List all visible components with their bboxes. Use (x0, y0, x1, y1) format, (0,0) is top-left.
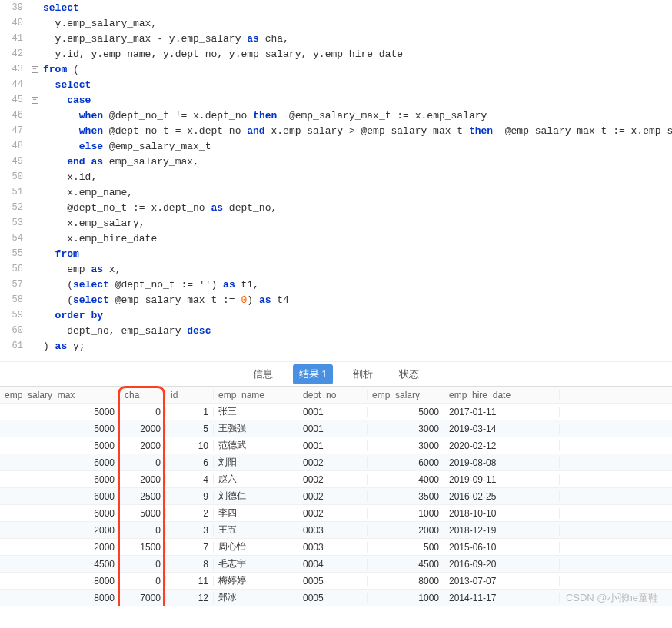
cell-hire[interactable]: 2016-09-20 (444, 559, 560, 570)
cell-max[interactable]: 5000 (0, 407, 120, 417)
cell-max[interactable]: 4500 (0, 559, 120, 570)
code-line[interactable]: when @dept_no_t = x.dept_no and x.emp_sa… (40, 123, 672, 138)
code-line[interactable]: x.emp_hire_date (40, 231, 672, 246)
cell-name[interactable]: 周心怡 (214, 540, 298, 553)
cell-sal[interactable]: 5000 (368, 407, 444, 417)
cell-dept[interactable]: 0002 (298, 508, 368, 519)
cell-hire[interactable]: 2017-01-11 (444, 407, 560, 417)
table-row[interactable]: 8000011梅婷婷000580002013-07-07 (0, 573, 672, 590)
fold-cell[interactable] (29, 323, 40, 338)
cell-cha[interactable]: 2500 (120, 491, 166, 502)
code-area[interactable]: select y.emp_salary_max, y.emp_salary_ma… (40, 0, 672, 354)
cell-name[interactable]: 梅婷婷 (214, 574, 298, 587)
cell-max[interactable]: 6000 (0, 457, 120, 468)
cell-name[interactable]: 张三 (214, 405, 298, 418)
cell-max[interactable]: 5000 (0, 440, 120, 451)
cell-id[interactable]: 6 (166, 457, 214, 468)
code-line[interactable]: y.id, y.emp_name, y.dept_no, y.emp_salar… (40, 46, 672, 61)
cell-name[interactable]: 赵六 (214, 473, 298, 486)
fold-cell[interactable]: − (29, 61, 40, 77)
cell-name[interactable]: 毛志宇 (214, 557, 298, 570)
table-row[interactable]: 500001张三000150002017-01-11 (0, 404, 672, 420)
cell-sal[interactable]: 6000 (368, 457, 444, 468)
cell-cha[interactable]: 5000 (120, 508, 166, 519)
cell-id[interactable]: 11 (166, 576, 214, 586)
cell-sal[interactable]: 1000 (368, 508, 444, 519)
cell-dept[interactable]: 0001 (298, 407, 368, 417)
cell-name[interactable]: 李四 (214, 507, 298, 520)
table-row[interactable]: 600025009刘德仁000235002016-02-25 (0, 488, 672, 505)
fold-cell[interactable] (29, 307, 40, 323)
fold-cell[interactable] (29, 15, 40, 31)
cell-hire[interactable]: 2019-09-11 (444, 474, 560, 485)
cell-sal[interactable]: 2000 (368, 525, 444, 536)
result-grid[interactable]: emp_salary_maxchaidemp_namedept_noemp_sa… (0, 386, 672, 606)
table-row[interactable]: 450008毛志宇000445002016-09-20 (0, 556, 672, 573)
col-header-dept[interactable]: dept_no (298, 390, 368, 400)
cell-hire[interactable]: 2020-02-12 (444, 440, 560, 451)
tab-profile[interactable]: 剖析 (347, 364, 379, 384)
cell-sal[interactable]: 3000 (368, 424, 444, 434)
cell-hire[interactable]: 2013-07-07 (444, 576, 560, 586)
table-row[interactable]: 600020004赵六000240002019-09-11 (0, 471, 672, 488)
fold-cell[interactable] (29, 169, 40, 184)
fold-cell[interactable]: − (29, 92, 40, 108)
code-line[interactable]: else @emp_salary_max_t (40, 138, 672, 154)
cell-sal[interactable]: 4000 (368, 474, 444, 485)
fold-cell[interactable] (29, 108, 40, 123)
cell-id[interactable]: 8 (166, 559, 214, 570)
fold-cell[interactable] (29, 338, 40, 354)
cell-sal[interactable]: 1000 (368, 593, 444, 603)
code-line[interactable]: y.emp_salary_max, (40, 15, 672, 31)
cell-id[interactable]: 3 (166, 525, 214, 536)
cell-cha[interactable]: 1500 (120, 542, 166, 553)
cell-dept[interactable]: 0002 (298, 474, 368, 485)
cell-name[interactable]: 刘阳 (214, 456, 298, 469)
fold-cell[interactable] (29, 46, 40, 61)
fold-cell[interactable] (29, 184, 40, 200)
cell-sal[interactable]: 3000 (368, 440, 444, 451)
tab-status[interactable]: 状态 (393, 364, 425, 384)
cell-sal[interactable]: 500 (368, 542, 444, 553)
col-header-id[interactable]: id (166, 390, 214, 400)
fold-cell[interactable] (29, 261, 40, 277)
code-line[interactable]: dept_no, emp_salary desc (40, 323, 672, 338)
cell-dept[interactable]: 0002 (298, 491, 368, 502)
code-line[interactable]: order by (40, 307, 672, 323)
table-row[interactable]: 200015007周心怡00035002015-06-10 (0, 539, 672, 556)
cell-cha[interactable]: 7000 (120, 593, 166, 603)
fold-cell[interactable] (29, 138, 40, 154)
cell-max[interactable]: 2000 (0, 542, 120, 553)
cell-hire[interactable]: 2016-02-25 (444, 491, 560, 502)
fold-column[interactable]: −− (29, 0, 40, 354)
cell-cha[interactable]: 0 (120, 559, 166, 570)
code-line[interactable]: select (40, 77, 672, 92)
code-line[interactable]: select (40, 0, 672, 15)
cell-cha[interactable]: 0 (120, 457, 166, 468)
code-line[interactable]: ) as y; (40, 338, 672, 354)
code-line[interactable]: (select @dept_no_t := '') as t1, (40, 277, 672, 292)
col-header-name[interactable]: emp_name (214, 390, 298, 400)
cell-max[interactable]: 6000 (0, 474, 120, 485)
fold-cell[interactable] (29, 200, 40, 215)
cell-cha[interactable]: 0 (120, 407, 166, 417)
cell-dept[interactable]: 0001 (298, 424, 368, 434)
cell-cha[interactable]: 2000 (120, 474, 166, 485)
cell-dept[interactable]: 0001 (298, 440, 368, 451)
tab-info[interactable]: 信息 (247, 364, 279, 384)
code-line[interactable]: x.id, (40, 169, 672, 184)
code-line[interactable]: (select @emp_salary_max_t := 0) as t4 (40, 292, 672, 307)
col-header-sal[interactable]: emp_salary (368, 390, 444, 400)
cell-hire[interactable]: 2015-06-10 (444, 542, 560, 553)
cell-id[interactable]: 2 (166, 508, 214, 519)
cell-name[interactable]: 范德武 (214, 439, 298, 452)
cell-dept[interactable]: 0003 (298, 542, 368, 553)
cell-hire[interactable]: 2018-10-10 (444, 508, 560, 519)
table-row[interactable]: 200003王五000320002018-12-19 (0, 522, 672, 539)
col-header-cha[interactable]: cha (120, 390, 166, 400)
cell-max[interactable]: 5000 (0, 424, 120, 434)
cell-max[interactable]: 2000 (0, 525, 120, 536)
code-line[interactable]: @dept_no_t := x.dept_no as dept_no, (40, 200, 672, 215)
fold-cell[interactable] (29, 231, 40, 246)
fold-cell[interactable] (29, 123, 40, 138)
